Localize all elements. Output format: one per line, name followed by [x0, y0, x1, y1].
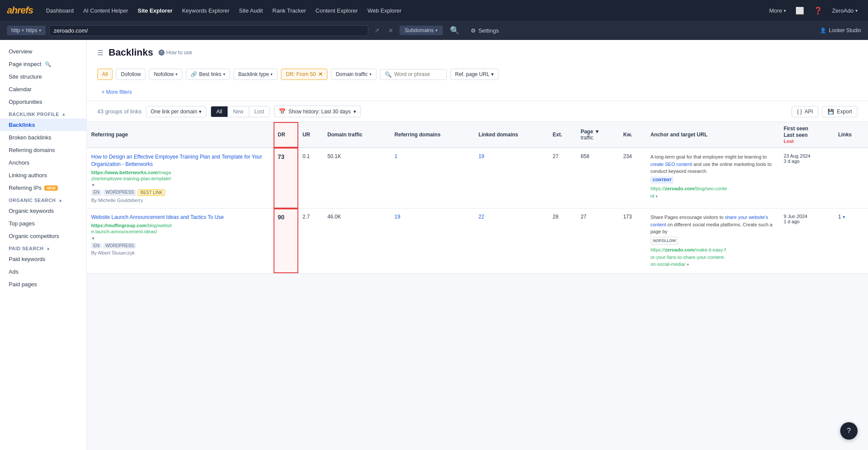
target-expand-icon-1[interactable]: ▾	[656, 194, 658, 199]
search-icon[interactable]: 🔍	[446, 25, 463, 36]
looker-icon: 👤	[820, 27, 826, 33]
filter-nofollow-button[interactable]: Nofollow ▾	[149, 69, 182, 80]
help-circle-icon[interactable]: ❓	[810, 5, 826, 17]
target-url-1[interactable]: https://zeroado.com/blog/seo-content	[650, 186, 727, 199]
backlinks-table: Referring page DR UR Domain traffic Refe…	[87, 122, 868, 274]
new-badge: New	[44, 185, 58, 191]
nav-rank-tracker[interactable]: Rank Tracker	[269, 6, 309, 16]
nav-keywords-explorer[interactable]: Keywords Explorer	[178, 6, 233, 16]
sidebar-item-referring-ips[interactable]: Referring IPs New	[0, 182, 86, 194]
sidebar-section-backlink[interactable]: Backlink profile ▲	[0, 108, 86, 119]
sidebar-item-overview[interactable]: Overview	[0, 45, 86, 58]
col-dr[interactable]: DR	[274, 122, 298, 148]
filter-backlink-type-button[interactable]: Backlink type ▾	[234, 69, 278, 80]
links-cell-2: 1 ▾	[834, 208, 868, 225]
links-expand-button-2[interactable]: ▾	[843, 215, 845, 219]
word-phrase-input[interactable]	[394, 71, 442, 77]
content-badge-1: CONTENT	[650, 176, 674, 184]
nav-content-explorer[interactable]: Content Explorer	[312, 6, 362, 16]
groups-count: 43 groups of links	[97, 108, 142, 115]
sidebar-item-organic-competitors[interactable]: Organic competitors	[0, 230, 86, 242]
sidebar-item-organic-keywords[interactable]: Organic keywords	[0, 205, 86, 217]
how-to-use-link[interactable]: How to use	[158, 50, 192, 56]
one-link-per-domain-button[interactable]: One link per domain ▾	[146, 106, 206, 117]
nav-ai-content[interactable]: AI Content Helper	[80, 6, 132, 16]
url-expand-icon-1[interactable]: ▼	[91, 183, 95, 187]
top-navigation: ahrefs Dashboard AI Content Helper Site …	[0, 0, 868, 21]
gear-icon: ⚙	[471, 27, 476, 34]
url-expand-icon-2[interactable]: ▼	[91, 236, 95, 241]
nav-web-explorer[interactable]: Web Explorer	[364, 6, 405, 16]
tag-en-1: EN	[91, 189, 102, 196]
referring-page-url-2[interactable]: https://muffingroup.com/blog/website-lau…	[91, 222, 269, 235]
sidebar-section-organic[interactable]: Organic search ▲	[0, 194, 86, 205]
target-expand-icon-2[interactable]: ▾	[687, 262, 689, 267]
sidebar-item-page-inspect[interactable]: Page inspect 🔍	[0, 58, 86, 70]
clear-dr-icon[interactable]: ✕	[318, 71, 323, 77]
settings-button[interactable]: ⚙ Settings	[466, 26, 503, 36]
nav-dashboard[interactable]: Dashboard	[43, 6, 77, 16]
page-traffic-cell-1: 658	[576, 148, 619, 208]
sidebar-item-calendar[interactable]: Calendar	[0, 83, 86, 96]
more-filters-button[interactable]: + More filters	[97, 87, 136, 97]
sidebar-item-anchors[interactable]: Anchors	[0, 156, 86, 169]
monitor-icon[interactable]: ⬜	[792, 5, 808, 17]
filter-bar: All Dofollow Nofollow ▾ 🔗 Best links ▾ B…	[97, 63, 858, 101]
export-icon: 💾	[828, 109, 834, 115]
referring-page-title-2[interactable]: Website Launch Announcement Ideas and Ta…	[91, 214, 269, 221]
api-icon: { }	[797, 109, 802, 115]
sidebar-item-broken-backlinks[interactable]: Broken backlinks	[0, 131, 86, 144]
chevron-down-icon-best: ▾	[223, 72, 225, 76]
col-links: Links	[834, 122, 868, 148]
sidebar-item-top-pages[interactable]: Top pages	[0, 217, 86, 230]
protocol-selector[interactable]: http + https	[7, 26, 46, 35]
referring-page-url-1[interactable]: https://www.betterworks.com/magazine/emp…	[91, 169, 269, 182]
tab-all[interactable]: All	[211, 106, 228, 117]
nav-site-audit[interactable]: Site Audit	[235, 6, 266, 16]
sidebar-item-site-structure[interactable]: Site structure	[0, 70, 86, 83]
api-button[interactable]: { } API	[792, 106, 819, 117]
chevron-down-icon-ref: ▾	[491, 71, 494, 77]
filter-domain-traffic-button[interactable]: Domain traffic ▾	[331, 69, 376, 80]
url-input[interactable]	[49, 25, 368, 36]
col-anchor-target: Anchor and target URL	[646, 122, 779, 148]
sidebar-item-opportunities[interactable]: Opportunities	[0, 96, 86, 108]
show-history-button[interactable]: 📅 Show history: Last 30 days ▾	[274, 106, 360, 117]
looker-studio-button[interactable]: 👤 Looker Studio	[820, 27, 861, 33]
filter-dr-button[interactable]: DR: From 50 ✕	[281, 69, 327, 80]
ahrefs-logo[interactable]: ahrefs	[7, 5, 33, 16]
lost-header-label: Lost	[784, 139, 829, 144]
hamburger-icon[interactable]: ☰	[97, 49, 103, 57]
ref-page-url-button[interactable]: Ref. page URL ▾	[450, 69, 498, 80]
filter-dofollow-button[interactable]: Dofollow	[116, 69, 145, 80]
content-area: ☰ Backlinks How to use All Dofollow Nofo…	[87, 40, 868, 450]
sidebar-item-paid-pages[interactable]: Paid pages	[0, 278, 86, 291]
clear-url-icon[interactable]: ✕	[386, 26, 396, 35]
tab-new[interactable]: New	[228, 106, 249, 117]
tab-lost[interactable]: Lost	[249, 106, 270, 117]
col-page-traffic[interactable]: Page ▼traffic	[576, 122, 619, 148]
more-button[interactable]: More	[766, 6, 790, 16]
sidebar-section-paid[interactable]: Paid search ▲	[0, 242, 86, 253]
subdomain-selector[interactable]: Subdomains	[399, 26, 443, 35]
date-cell-1: 23 Aug 2024 3 d ago	[779, 148, 834, 208]
links-cell-1	[834, 148, 868, 208]
sidebar-item-referring-domains[interactable]: Referring domains	[0, 144, 86, 156]
help-float-button[interactable]: ?	[840, 422, 858, 440]
sidebar-item-backlinks[interactable]: Backlinks	[0, 119, 86, 131]
referring-page-title-1[interactable]: How to Design an Effective Employee Trai…	[91, 153, 269, 168]
page-tags-2: EN WORDPRESS	[91, 243, 269, 248]
filter-all-button[interactable]: All	[97, 69, 112, 80]
chevron-down-icon: ▾	[175, 72, 178, 76]
filter-best-links-button[interactable]: 🔗 Best links ▾	[186, 69, 230, 80]
domain-traffic-cell-2: 46.0K	[323, 208, 390, 274]
export-button[interactable]: 💾 Export	[822, 106, 858, 117]
sidebar-item-paid-keywords[interactable]: Paid keywords	[0, 253, 86, 265]
sidebar-item-ads[interactable]: Ads	[0, 265, 86, 278]
nav-site-explorer[interactable]: Site Explorer	[134, 6, 176, 16]
user-menu[interactable]: ZeroAdo	[828, 6, 861, 16]
sidebar-item-linking-authors[interactable]: Linking authors	[0, 169, 86, 182]
external-link-icon[interactable]: ↗	[372, 26, 382, 35]
table-row: How to Design an Effective Employee Trai…	[87, 148, 868, 208]
anchor-link-1[interactable]: create SEO content	[650, 162, 692, 167]
